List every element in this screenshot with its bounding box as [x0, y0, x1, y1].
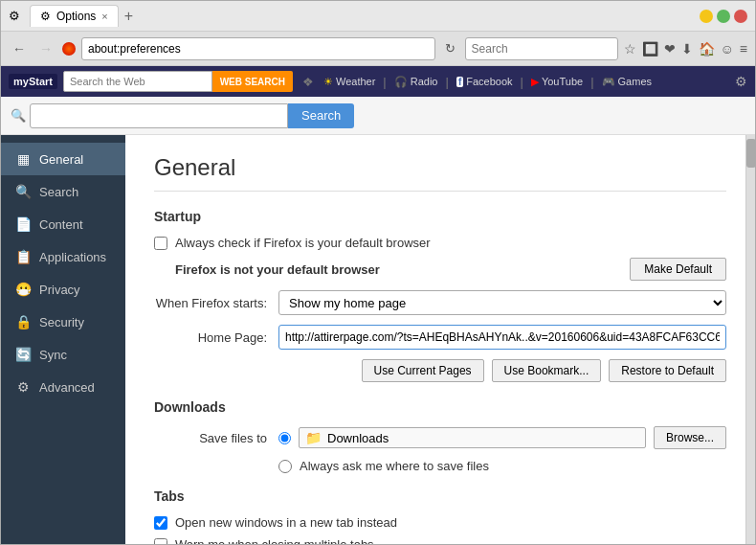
browse-button[interactable]: Browse... — [654, 426, 726, 449]
restore-default-button[interactable]: Restore to Default — [609, 359, 726, 382]
youtube-label: YouTube — [542, 76, 583, 87]
title-bar: ⚙ ⚙ Options × + — [1, 1, 755, 32]
always-ask-radio[interactable] — [278, 460, 292, 473]
tab-icon: ⚙ — [9, 9, 24, 24]
main-layout: ▦ General 🔍 Search 📄 Content 📋 Applicati… — [1, 135, 755, 544]
mystart-logo[interactable]: myStart — [9, 74, 57, 89]
sidebar-item-sync[interactable]: 🔄 Sync — [1, 338, 125, 371]
sidebar-item-general[interactable]: ▦ General — [1, 143, 125, 175]
page-search-row: 🔍 Search — [1, 97, 755, 135]
startup-btn-row: Use Current Pages Use Bookmark... Restor… — [154, 359, 726, 382]
facebook-label: Facebook — [466, 76, 512, 87]
nav-bar: ← → ↻ ☆ 🔲 ❤ ⬇ 🏠 ☺ ≡ — [1, 32, 755, 66]
headphones-icon: 🎧 — [394, 76, 408, 88]
sidebar-item-label-general: General — [39, 152, 83, 167]
active-tab[interactable]: ⚙ Options × — [30, 5, 119, 27]
radio-label: Radio — [411, 76, 438, 87]
toolbar-search-input[interactable] — [63, 71, 212, 92]
warn-closing-label: Warn me when closing multiple tabs — [175, 537, 374, 544]
close-button[interactable] — [734, 10, 747, 23]
sidebar-item-advanced[interactable]: ⚙ Advanced — [1, 371, 125, 403]
sidebar-item-privacy[interactable]: 😷 Privacy — [1, 273, 125, 306]
window-controls — [700, 10, 747, 23]
open-new-windows-label: Open new windows in a new tab instead — [175, 515, 397, 530]
privacy-icon: 😷 — [14, 282, 32, 297]
browser-window: ⚙ ⚙ Options × + ← → ↻ ☆ 🔲 ❤ — [0, 0, 756, 545]
always-check-checkbox[interactable] — [154, 237, 167, 250]
open-new-windows-row: Open new windows in a new tab instead — [154, 515, 726, 530]
sidebar-item-label-search: Search — [39, 185, 78, 199]
firefox-logo — [62, 42, 76, 56]
weather-link[interactable]: ☀ Weather — [323, 76, 375, 88]
youtube-link[interactable]: ▶ YouTube — [531, 76, 583, 88]
sidebar-item-label-security: Security — [39, 315, 84, 329]
heart-icon[interactable]: ❤ — [664, 41, 676, 57]
warn-closing-checkbox[interactable] — [154, 538, 167, 545]
sidebar-item-label-applications: Applications — [39, 250, 106, 264]
security-icon: 🔒 — [14, 314, 32, 329]
always-ask-row: Always ask me where to save files — [154, 459, 726, 473]
startup-section: Startup Always check if Firefox is your … — [154, 209, 726, 382]
sidebar-item-search[interactable]: 🔍 Search — [1, 175, 125, 208]
weather-label: Weather — [336, 76, 375, 87]
radio-link[interactable]: 🎧 Radio — [394, 76, 438, 88]
sidebar-item-label-advanced: Advanced — [39, 380, 95, 395]
sidebar-item-applications[interactable]: 📋 Applications — [1, 240, 125, 273]
folder-icon: 📁 — [305, 430, 322, 445]
save-files-radio[interactable] — [278, 432, 291, 444]
page-search-input[interactable] — [30, 103, 288, 128]
not-default-text: Firefox is not your default browser — [175, 262, 380, 277]
sidebar-item-security[interactable]: 🔒 Security — [1, 306, 125, 338]
toolbar-search: WEB SEARCH — [63, 71, 293, 92]
minimize-button[interactable] — [700, 10, 713, 23]
reload-button[interactable]: ↻ — [441, 39, 459, 57]
download-icon[interactable]: ⬇ — [681, 41, 693, 57]
maximize-button[interactable] — [717, 10, 730, 23]
tab-strip: ⚙ Options × + — [30, 5, 133, 27]
forward-button[interactable]: → — [35, 39, 56, 58]
use-current-pages-button[interactable]: Use Current Pages — [362, 359, 484, 382]
tab-close-button[interactable]: × — [101, 11, 107, 22]
sidebar-item-label-content: Content — [39, 217, 83, 232]
when-starts-select[interactable]: Show my home page — [278, 290, 726, 315]
toolbar-settings-icon[interactable]: ⚙ — [735, 74, 747, 89]
tab-label: Options — [56, 10, 96, 23]
facebook-link[interactable]: f Facebook — [456, 76, 513, 87]
facebook-icon: f — [456, 77, 463, 87]
save-files-control: 📁 Downloads Browse... — [278, 426, 726, 449]
home-page-control — [278, 325, 726, 350]
scrollbar[interactable] — [745, 135, 755, 544]
always-ask-label: Always ask me where to save files — [300, 459, 489, 473]
use-bookmark-button[interactable]: Use Bookmark... — [492, 359, 602, 382]
profile-icon[interactable]: ☺ — [721, 41, 734, 57]
when-starts-row: When Firefox starts: Show my home page — [154, 290, 726, 315]
page-title: General — [154, 154, 726, 181]
myststart-toolbar: myStart WEB SEARCH ❖ ☀ Weather | 🎧 Radio… — [1, 66, 755, 97]
tabs-section: Tabs Open new windows in a new tab inste… — [154, 488, 726, 544]
sidebar-item-label-sync: Sync — [39, 348, 67, 362]
page-search-button[interactable]: Search — [288, 103, 354, 128]
save-files-label: Save files to — [154, 431, 278, 445]
downloads-section: Downloads Save files to 📁 Downloads Brow… — [154, 399, 726, 473]
home-page-row: Home Page: — [154, 325, 726, 350]
sidebar-item-content[interactable]: 📄 Content — [1, 208, 125, 240]
youtube-icon: ▶ — [531, 76, 539, 88]
home-icon[interactable]: 🏠 — [699, 41, 715, 57]
menu-icon[interactable]: ≡ — [740, 41, 747, 57]
games-label: Games — [618, 76, 652, 87]
pocket-icon[interactable]: 🔲 — [642, 41, 658, 57]
web-search-button[interactable]: WEB SEARCH — [212, 71, 293, 92]
back-button[interactable]: ← — [9, 39, 30, 58]
when-starts-control: Show my home page — [278, 290, 726, 315]
bookmark-icon[interactable]: ☆ — [624, 41, 636, 57]
nav-search-input[interactable] — [465, 37, 618, 60]
search-row-icon: 🔍 — [11, 108, 26, 123]
scrollbar-thumb[interactable] — [746, 139, 755, 168]
make-default-button[interactable]: Make Default — [630, 258, 726, 281]
open-new-windows-checkbox[interactable] — [154, 516, 167, 530]
always-check-row: Always check if Firefox is your default … — [154, 236, 726, 250]
url-bar[interactable] — [81, 37, 435, 60]
games-link[interactable]: 🎮 Games — [602, 76, 652, 88]
home-page-input[interactable] — [278, 325, 726, 350]
new-tab-button[interactable]: + — [124, 8, 133, 25]
